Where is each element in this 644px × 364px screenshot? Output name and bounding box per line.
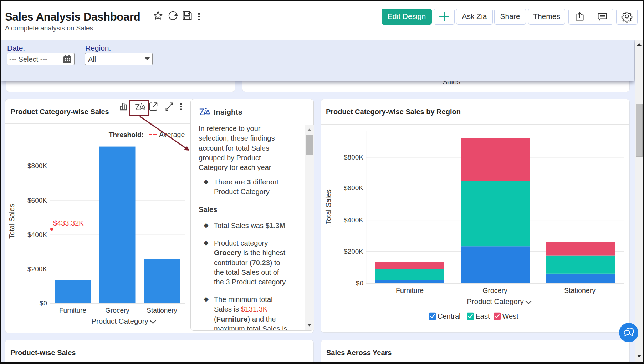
svg-text:$200K: $200K xyxy=(344,248,363,255)
svg-text:$800K: $800K xyxy=(344,153,363,161)
svg-text:$800K: $800K xyxy=(27,162,47,170)
svg-text:Total Sales: Total Sales xyxy=(8,204,16,239)
svg-text:$433.32K: $433.32K xyxy=(53,219,84,227)
svg-text:Central: Central xyxy=(438,312,460,320)
svg-text:Furniture: Furniture xyxy=(59,307,86,314)
svg-text:Product Category: Product Category xyxy=(467,297,524,305)
svg-text:Product Category: Product Category xyxy=(91,317,148,325)
svg-text:$0: $0 xyxy=(40,299,47,307)
svg-text:Grocery: Grocery xyxy=(482,287,507,294)
svg-text:West: West xyxy=(502,312,519,320)
svg-text:Total Sales: Total Sales xyxy=(324,189,332,224)
svg-text:$600K: $600K xyxy=(344,184,363,192)
svg-text:$400K: $400K xyxy=(344,216,363,224)
svg-text:$0: $0 xyxy=(356,279,363,287)
svg-text:East: East xyxy=(476,312,490,320)
svg-text:Stationery: Stationery xyxy=(147,307,177,314)
svg-text:Stationery: Stationery xyxy=(564,287,596,294)
svg-text:$200K: $200K xyxy=(27,265,47,273)
svg-text:$600K: $600K xyxy=(27,197,47,204)
svg-text:Furniture: Furniture xyxy=(396,287,424,294)
svg-text:$400K: $400K xyxy=(27,231,47,238)
svg-text:Grocery: Grocery xyxy=(105,307,129,314)
